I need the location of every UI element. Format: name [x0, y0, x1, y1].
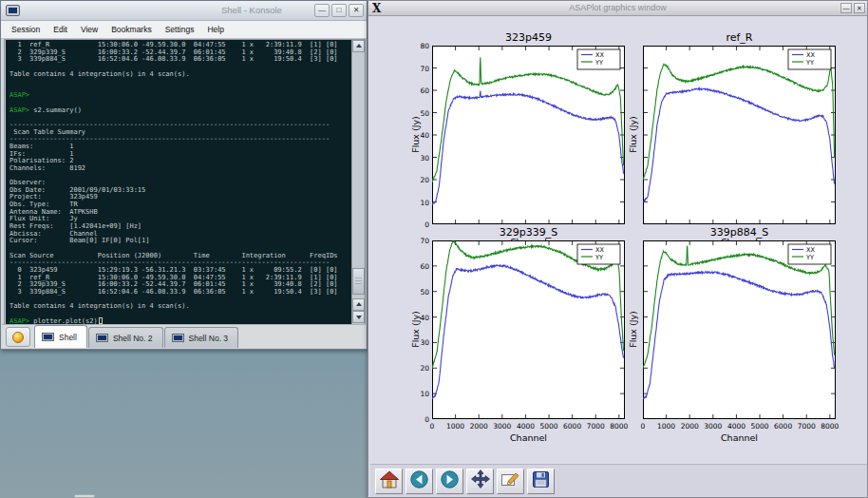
configure-subplots-button[interactable]: [497, 469, 524, 494]
legend: XXYY: [788, 49, 831, 69]
asaplot-window[interactable]: X ASAPlot graphics window —✕ 323p459XXYY…: [368, 0, 868, 498]
command-text: s2.summary(): [29, 106, 82, 114]
xtick-label: 2000: [466, 422, 491, 431]
tab-label: Shell: [59, 333, 77, 342]
save-button[interactable]: [527, 469, 555, 494]
svg-text:YY: YY: [805, 254, 814, 261]
forward-icon: [441, 470, 459, 492]
scroll-down-button[interactable]: [352, 311, 365, 323]
back-icon: [410, 470, 428, 492]
terminal-line: 3 339p884_S 16:52:04.6 -46.08.33.9 06:36…: [9, 56, 351, 64]
terminal-tab-icon: [42, 333, 54, 341]
terminal-line: Cursor: Beam[0] IF[0] Pol[1]: [9, 238, 351, 245]
ylabel: Flux (Jy): [410, 106, 421, 163]
legend: XXYY: [577, 244, 620, 264]
menu-session[interactable]: Session: [5, 21, 47, 38]
tab-shell-no-2[interactable]: Shell No. 2: [88, 327, 163, 348]
plot-title: 329p339_S: [432, 226, 625, 239]
xtick-label: 3000: [490, 422, 515, 431]
xtick-label: 4000: [724, 422, 748, 431]
menu-edit[interactable]: Edit: [47, 21, 74, 38]
asaplot-titlebar[interactable]: X ASAPlot graphics window —✕: [368, 1, 867, 16]
xtick-label: 0: [420, 422, 444, 431]
arrow-down-icon: [356, 316, 362, 319]
scroll-up-button[interactable]: [352, 40, 365, 52]
home-icon: [380, 470, 399, 492]
close-button[interactable]: ✕: [854, 3, 865, 13]
menu-view[interactable]: View: [74, 21, 104, 38]
plot-title: ref_R: [643, 31, 836, 44]
tab-label: Shell No. 2: [113, 334, 153, 343]
prompt-text: ASAP>: [9, 317, 29, 324]
tab-label: Shell No. 3: [189, 334, 229, 343]
text-cursor: [99, 317, 103, 324]
konsole-window[interactable]: Shell - Konsole —□✕ SessionEditViewBookm…: [0, 0, 368, 350]
maximize-button[interactable]: □: [331, 4, 347, 17]
terminal-line: [9, 78, 351, 86]
svg-text:YY: YY: [594, 254, 603, 261]
terminal-line: ASAP> s2.summary(): [9, 107, 351, 115]
arrow-up-icon: [356, 302, 362, 306]
axes-323p459[interactable]: XXYY: [432, 46, 625, 224]
terminal-output[interactable]: 1 ref_R 15:30:06.0 -49.59.30.0 04:47:55 …: [6, 40, 351, 324]
asaplot-window-buttons: —✕: [840, 3, 865, 13]
axes-329p339_S[interactable]: XXYY: [432, 240, 625, 419]
xlabel: Channel: [643, 432, 836, 443]
axes-ref_R[interactable]: XXYY: [643, 46, 836, 224]
axes-339p884_S[interactable]: XXYY: [643, 240, 836, 419]
ytick-label: 70: [410, 65, 429, 73]
konsole-tabbar: ShellShell No. 2Shell No. 3: [2, 324, 366, 348]
xtick-label: 8000: [607, 422, 632, 431]
xtick-label: 8000: [818, 422, 842, 431]
xtick-label: 5000: [537, 422, 561, 431]
xtick-label: 1000: [654, 422, 679, 431]
xtick-label: 2000: [677, 422, 702, 431]
legend: XXYY: [577, 49, 620, 69]
ylabel: Flux (Jy): [628, 301, 638, 358]
ytick-label: 20: [410, 364, 429, 373]
session-tabs: ShellShell No. 2Shell No. 3: [34, 325, 239, 348]
new-session-button[interactable]: [6, 327, 30, 347]
xlabel: Channel: [432, 432, 625, 443]
desktop: Shell - Konsole —□✕ SessionEditViewBookm…: [0, 0, 868, 498]
ytick-label: 60: [410, 262, 429, 271]
xtick-label: 7000: [794, 422, 819, 431]
ytick-label: 10: [410, 390, 429, 398]
konsole-window-title: Shell - Konsole: [221, 5, 282, 15]
menu-bookmarks[interactable]: Bookmarks: [104, 21, 159, 38]
close-button[interactable]: ✕: [349, 4, 364, 17]
ytick-label: 10: [410, 199, 429, 207]
menu-settings[interactable]: Settings: [159, 21, 201, 38]
save-icon: [532, 470, 550, 492]
scroll-up-button-2[interactable]: [352, 298, 365, 311]
terminal-scrollbar[interactable]: [351, 40, 365, 324]
xtick-label: 5000: [747, 422, 772, 431]
xtick-label: 0: [631, 422, 655, 431]
terminal-line: Channels: 8192: [9, 165, 351, 173]
tab-shell[interactable]: Shell: [34, 325, 87, 348]
home-button[interactable]: [375, 469, 403, 494]
asaplot-window-title: ASAPlot graphics window: [368, 3, 867, 12]
figure-canvas[interactable]: 323p459XXYY01020304050607080Flux (Jy)Cha…: [370, 16, 867, 464]
tab-shell-no-3[interactable]: Shell No. 3: [164, 327, 239, 348]
ytick-label: 80: [410, 42, 429, 50]
ytick-label: 60: [410, 86, 429, 95]
pan-button[interactable]: [466, 469, 494, 494]
konsole-titlebar[interactable]: Shell - Konsole —□✕: [1, 1, 367, 21]
plot-title: 323p459: [432, 31, 625, 44]
menu-help[interactable]: Help: [200, 21, 230, 38]
konsole-menubar: SessionEditViewBookmarksSettingsHelp: [1, 21, 367, 39]
terminal-tab-icon: [96, 334, 108, 342]
scrollbar-thumb[interactable]: [352, 268, 365, 295]
xtick-label: 7000: [583, 422, 608, 431]
terminal-icon: [6, 5, 20, 16]
forward-button[interactable]: [436, 469, 463, 494]
minimize-button[interactable]: —: [840, 3, 852, 13]
ytick-label: 70: [410, 237, 429, 245]
taskbar-peek: [74, 494, 95, 498]
back-button[interactable]: [406, 469, 433, 494]
xtick-label: 4000: [513, 422, 538, 431]
ylabel: Flux (Jy): [628, 106, 638, 163]
xtick-label: 6000: [771, 422, 796, 431]
minimize-button[interactable]: —: [314, 4, 330, 17]
